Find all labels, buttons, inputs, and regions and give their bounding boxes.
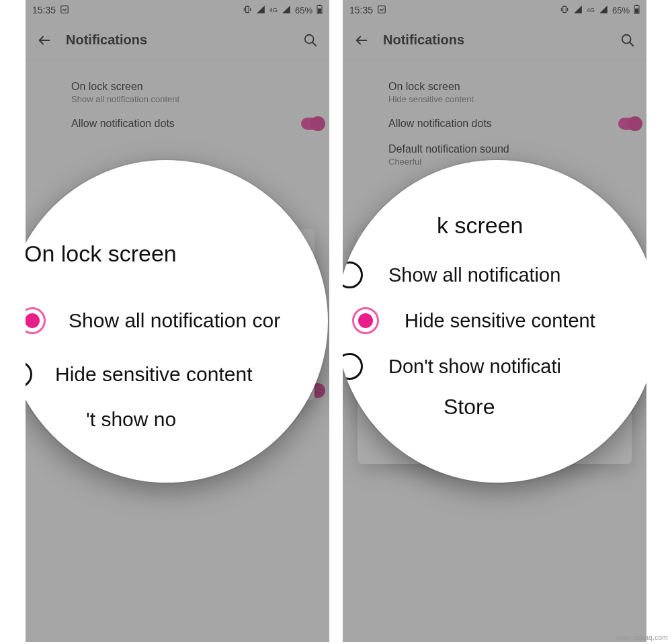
status-time: 15:35 — [32, 5, 56, 15]
signal-4g-label: 4G — [587, 7, 595, 13]
option-label: Don't show notificati — [388, 356, 561, 378]
option-show-all[interactable]: Show all notification cor — [26, 294, 314, 348]
signal-4g-label: 4G — [269, 7, 278, 13]
vibrate-icon — [243, 5, 252, 16]
vibrate-icon — [560, 5, 569, 16]
setting-title: Default notification sound — [388, 143, 630, 155]
page-title: Notifications — [66, 32, 301, 48]
option-show-all[interactable]: Show all notification — [343, 252, 645, 298]
svg-rect-1 — [246, 6, 249, 12]
svg-rect-7 — [563, 6, 566, 12]
option-dont-show[interactable]: Don't show notificati — [343, 344, 645, 389]
picture-icon — [60, 5, 69, 16]
app-header: Notifications — [343, 20, 646, 61]
radio-selected-icon[interactable] — [352, 307, 379, 334]
setting-subtitle: Show all notification content — [71, 94, 313, 104]
page-title: Notifications — [383, 32, 618, 48]
radio-icon[interactable] — [343, 261, 363, 288]
radio-selected-icon[interactable] — [26, 307, 46, 334]
magnifier-lens: k screen Show all notification Hide sens… — [343, 160, 646, 483]
setting-lock-screen[interactable]: On lock screen Hide sensitive content — [343, 74, 646, 111]
battery-icon — [634, 5, 640, 16]
svg-rect-6 — [378, 5, 386, 13]
option-fragment: 't show no — [86, 408, 314, 431]
setting-notification-dots[interactable]: Allow notification dots — [26, 111, 329, 136]
battery-icon — [317, 5, 323, 16]
signal-icon-2 — [282, 5, 291, 16]
setting-lock-screen[interactable]: On lock screen Show all notification con… — [26, 74, 329, 111]
svg-rect-0 — [61, 5, 69, 13]
option-label: Show all notification — [388, 264, 560, 286]
setting-title: Allow notification dots — [71, 118, 313, 130]
signal-icon-2 — [599, 5, 608, 16]
picture-icon — [377, 5, 386, 16]
setting-title: On lock screen — [71, 81, 313, 93]
phone-right: 15:35 4G 65% — [343, 0, 646, 642]
option-label: Hide sensitive content — [405, 310, 595, 332]
radio-icon[interactable] — [26, 361, 32, 388]
option-label: Hide sensitive content — [55, 363, 253, 386]
dialog-title-fragment: k screen — [437, 212, 645, 239]
search-button[interactable] — [301, 31, 320, 50]
svg-rect-9 — [636, 5, 638, 5]
status-bar: 15:35 4G 65% — [26, 0, 329, 20]
status-bar: 15:35 4G 65% — [343, 0, 646, 20]
watermark: www.deuaq.com — [616, 634, 668, 641]
back-button[interactable] — [35, 31, 54, 50]
dialog-title: On lock screen — [26, 241, 314, 267]
setting-subtitle: Hide sensitive content — [388, 94, 630, 104]
setting-notification-dots[interactable]: Allow notification dots — [343, 111, 646, 136]
svg-rect-4 — [318, 8, 321, 13]
radio-icon[interactable] — [343, 353, 363, 380]
app-header: Notifications — [26, 20, 329, 61]
toggle-switch[interactable] — [301, 118, 324, 130]
phone-left: 15:35 4G 65% — [26, 0, 329, 642]
option-label: Show all notification cor — [69, 309, 280, 332]
search-button[interactable] — [618, 31, 637, 50]
signal-icon — [256, 5, 265, 16]
signal-icon — [573, 5, 583, 16]
setting-title: Allow notification dots — [388, 118, 630, 130]
svg-rect-10 — [635, 8, 638, 13]
svg-rect-3 — [319, 5, 321, 5]
battery-percent: 65% — [295, 5, 312, 15]
status-time: 15:35 — [349, 5, 373, 15]
option-hide-sensitive[interactable]: Hide sensitive content — [26, 348, 314, 401]
battery-percent: 65% — [612, 5, 630, 15]
back-button[interactable] — [352, 31, 371, 50]
toggle-switch[interactable] — [618, 118, 641, 130]
option-hide-sensitive[interactable]: Hide sensitive content — [343, 298, 645, 344]
text-fragment: Store — [444, 395, 645, 419]
setting-title: On lock screen — [388, 81, 630, 93]
